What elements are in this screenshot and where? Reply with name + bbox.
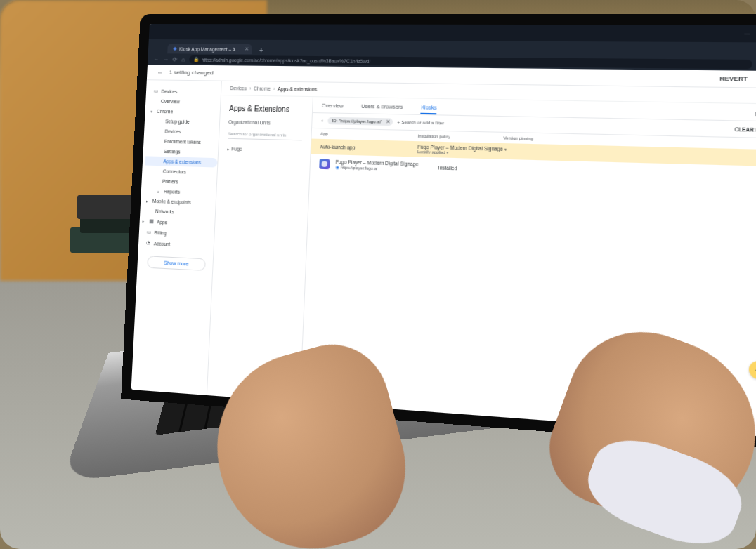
app-status: Installed bbox=[438, 165, 457, 171]
sidebar-item-devices-sub[interactable]: Devices bbox=[147, 126, 219, 138]
sidebar-label: Mobile & endpoints bbox=[152, 199, 191, 205]
chevron-right-icon: ▸ bbox=[146, 199, 148, 203]
breadcrumb-chrome[interactable]: Chrome bbox=[254, 86, 271, 91]
breadcrumb-current: Apps & extensions bbox=[278, 86, 317, 92]
tab-title: Kiosk App Management – A... bbox=[179, 46, 240, 52]
app-icon bbox=[319, 159, 330, 169]
window-minimize-icon[interactable]: — bbox=[744, 30, 752, 37]
filter-chip-label: ID: "https://player.fugo.ai" bbox=[332, 119, 382, 124]
sidebar-label: Account bbox=[154, 241, 171, 246]
lock-icon: 🔒 bbox=[193, 57, 199, 62]
tab-favicon-icon: ◆ bbox=[173, 46, 176, 51]
chevron-right-icon: › bbox=[249, 86, 252, 91]
clear-filters-button[interactable]: CLEAR FILTERS bbox=[735, 126, 756, 133]
revert-button[interactable]: REVERT bbox=[719, 75, 748, 83]
browser-chrome: — ▢ ✕ ◆ Kiosk App Management – A... ✕ + bbox=[148, 24, 756, 71]
sidebar-label: Billing bbox=[154, 230, 167, 235]
sidebar-item-devices[interactable]: ▭ Devices bbox=[149, 86, 221, 97]
org-unit-item[interactable]: ▸ Fugo bbox=[227, 146, 301, 153]
org-units-search[interactable]: Search for organizational units bbox=[228, 132, 302, 141]
apps-icon: ▦ bbox=[148, 218, 154, 224]
tab-overview[interactable]: Overview bbox=[322, 100, 344, 113]
sidebar-label: Apps bbox=[157, 219, 167, 225]
devices-icon: ▭ bbox=[153, 88, 159, 93]
browser-tab[interactable]: ◆ Kiosk App Management – A... ✕ bbox=[167, 44, 252, 54]
filter-back-icon[interactable]: ‹ bbox=[321, 117, 323, 124]
show-more-button[interactable]: Show more bbox=[147, 256, 206, 271]
svg-point-0 bbox=[321, 161, 327, 167]
page-title: Apps & Extensions bbox=[229, 105, 304, 114]
sidebar-item-setup-guide[interactable]: Setup guide bbox=[148, 117, 220, 127]
chip-close-icon[interactable]: ✕ bbox=[386, 119, 391, 125]
tab-users-browsers[interactable]: Users & browsers bbox=[361, 100, 403, 114]
chevron-right-icon: ▸ bbox=[143, 219, 145, 223]
billing-icon: ▭ bbox=[146, 229, 152, 235]
header-app: App bbox=[320, 131, 418, 138]
sidebar-label: Reports bbox=[164, 189, 180, 194]
header-policy: Installation policy bbox=[418, 133, 504, 140]
sidebar-item-account[interactable]: ◔ Account bbox=[141, 237, 214, 251]
sidebar-item-enrollment[interactable]: Enrollment tokens bbox=[146, 136, 219, 147]
chevron-right-icon: › bbox=[273, 86, 275, 91]
breadcrumb-devices[interactable]: Devices bbox=[230, 86, 247, 91]
sidebar: ▭ Devices Overview ▾ Chrome Setup guide … bbox=[131, 80, 222, 395]
plus-icon: + bbox=[397, 120, 400, 124]
filter-chip[interactable]: ID: "https://player.fugo.ai" ✕ bbox=[327, 117, 393, 126]
account-icon: ◔ bbox=[145, 240, 151, 246]
auto-launch-label: Auto-launch app bbox=[320, 144, 417, 152]
add-filter-label: Search or add a filter bbox=[401, 120, 444, 126]
chevron-down-icon: ▾ bbox=[150, 109, 152, 113]
chevron-right-icon: ▸ bbox=[157, 189, 159, 193]
back-arrow-icon[interactable]: ← bbox=[157, 68, 164, 76]
sidebar-label: Devices bbox=[161, 88, 177, 93]
globe-icon: ◉ bbox=[335, 164, 339, 170]
tab-kiosks[interactable]: Kiosks bbox=[421, 102, 437, 114]
org-units-heading: Organizational Units bbox=[228, 119, 303, 126]
sidebar-item-chrome[interactable]: ▾ Chrome bbox=[148, 107, 220, 117]
url-text: https://admin.google.com/ac/chrome/apps/… bbox=[202, 57, 370, 63]
org-unit-label: Fugo bbox=[231, 146, 242, 152]
nav-home-icon[interactable]: ⌂ bbox=[181, 56, 185, 62]
sidebar-item-settings[interactable]: Settings bbox=[145, 146, 218, 157]
chevron-down-icon[interactable]: ▾ bbox=[447, 150, 450, 155]
add-filter-input[interactable]: + Search or add a filter bbox=[397, 120, 444, 126]
nav-back-icon[interactable]: ← bbox=[153, 56, 159, 62]
nav-forward-icon[interactable]: → bbox=[163, 56, 169, 62]
tab-close-icon[interactable]: ✕ bbox=[245, 46, 249, 52]
new-tab-button[interactable]: + bbox=[254, 46, 268, 54]
chevron-right-icon: ▸ bbox=[227, 147, 229, 151]
sidebar-label: Chrome bbox=[157, 109, 173, 114]
sidebar-item-overview[interactable]: Overview bbox=[148, 96, 221, 107]
nav-refresh-icon[interactable]: ⟳ bbox=[172, 56, 177, 62]
settings-changed-label: 1 setting changed bbox=[169, 69, 214, 76]
